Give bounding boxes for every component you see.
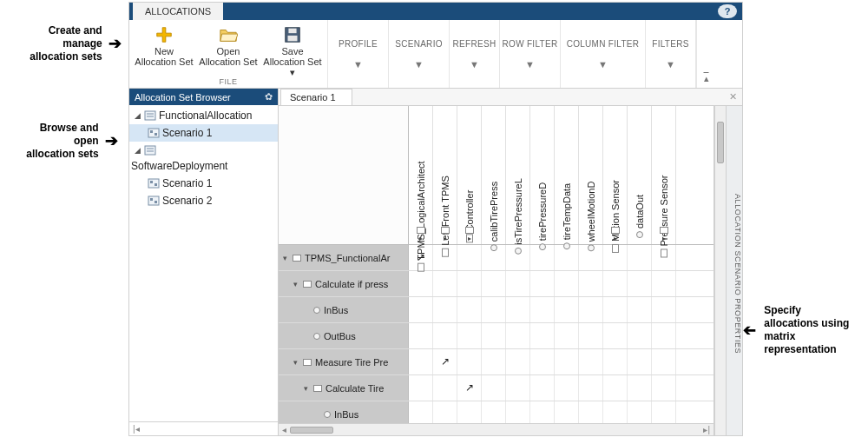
matrix-cell[interactable] [652, 297, 676, 322]
matrix-cell[interactable] [628, 245, 652, 270]
open-allocation-set-button[interactable]: Open Allocation Set [199, 23, 258, 77]
column-header[interactable]: tireTempData [555, 106, 579, 244]
matrix-cell[interactable] [530, 323, 555, 348]
matrix-cell[interactable] [652, 375, 676, 401]
matrix-cell[interactable] [457, 297, 482, 322]
matrix-cell[interactable] [457, 401, 482, 423]
collapse-icon[interactable]: ◢ [133, 146, 141, 155]
matrix-cell[interactable] [482, 375, 506, 401]
column-header[interactable]: wheelMotionD [579, 106, 603, 244]
matrix-cell[interactable] [603, 297, 628, 322]
matrix-cell[interactable] [579, 323, 603, 348]
row-header[interactable]: InBus [279, 401, 409, 423]
profile-dropdown[interactable]: PROFILE ▼ [328, 20, 389, 88]
tree-node-scenario1-software[interactable]: Scenario 1 [129, 175, 278, 192]
matrix-cell[interactable] [628, 323, 652, 348]
matrix-cell[interactable] [603, 271, 628, 296]
matrix-cell[interactable] [555, 401, 579, 423]
scrollbar-thumb[interactable] [717, 122, 724, 163]
matrix-cell[interactable] [628, 401, 652, 423]
row-header[interactable]: ▾Calculate if press [279, 271, 409, 296]
matrix-cell[interactable] [409, 297, 433, 322]
matrix-cell[interactable] [506, 375, 530, 401]
scroll-left-icon[interactable]: |◂ [133, 424, 140, 434]
tree-node-softwaredeployment[interactable]: ◢ [129, 142, 278, 159]
matrix-cell[interactable] [579, 375, 603, 401]
matrix-cell[interactable] [457, 245, 482, 270]
column-header[interactable]: Controller▸ [457, 106, 482, 244]
matrix-cell[interactable] [506, 401, 530, 423]
ribbon-tab-allocations[interactable]: ALLOCATIONS [133, 3, 223, 20]
matrix-cell[interactable] [482, 323, 506, 348]
matrix-cell[interactable] [409, 375, 433, 401]
matrix-cell[interactable] [457, 271, 482, 296]
matrix-cell[interactable] [628, 271, 652, 296]
matrix-cell[interactable] [628, 297, 652, 322]
save-allocation-set-button[interactable]: Save Allocation Set ▾ [263, 23, 322, 77]
row-header[interactable]: InBus [279, 297, 409, 322]
collapse-icon[interactable]: ▾ [280, 254, 289, 262]
scenario-dropdown[interactable]: SCENARIO ▼ [389, 20, 450, 88]
matrix-cell[interactable] [409, 401, 433, 423]
tree-node-scenario2-software[interactable]: Scenario 2 [129, 192, 278, 209]
expand-icon[interactable]: ▸ [468, 235, 471, 242]
row-header[interactable]: ▾Calculate Tire [279, 375, 409, 401]
matrix-cell[interactable] [603, 401, 628, 423]
matrix-cell[interactable] [652, 271, 676, 296]
matrix-cell[interactable] [579, 349, 603, 374]
gear-icon[interactable]: ✿ [265, 91, 273, 103]
matrix-cell[interactable] [628, 375, 652, 401]
expand-icon[interactable]: ▸ [662, 235, 666, 242]
tree-node-scenario1-functional[interactable]: Scenario 1 [129, 124, 278, 142]
matrix-cell[interactable] [530, 271, 555, 296]
matrix-cell[interactable] [482, 349, 506, 374]
matrix-cell[interactable] [506, 323, 530, 348]
collapse-icon[interactable]: ▾ [291, 358, 299, 367]
matrix-cell[interactable] [506, 271, 530, 296]
row-header[interactable]: ▾TPMS_FunctionalAr [279, 245, 409, 270]
matrix-cell[interactable] [579, 297, 603, 322]
filters-dropdown[interactable]: FILTERS ▼ [646, 20, 696, 88]
matrix-cell[interactable] [506, 297, 530, 322]
close-tab-icon[interactable]: ✕ [729, 91, 737, 103]
matrix-cell[interactable] [603, 349, 628, 374]
matrix-cell[interactable] [433, 375, 457, 401]
matrix-cell[interactable] [482, 271, 506, 296]
column-header[interactable]: Left Front TPMS▸ [433, 106, 457, 244]
column-header[interactable]: calibTirePress [482, 106, 506, 244]
column-header[interactable]: tirePressureD [530, 106, 555, 244]
matrix-cell[interactable] [555, 349, 579, 374]
collapse-icon[interactable]: ◢ [133, 111, 141, 120]
column-filter-dropdown[interactable]: COLUMN FILTER ▼ [561, 20, 646, 88]
expand-icon[interactable]: ▸ [419, 235, 423, 242]
scroll-left-icon[interactable]: ◂ [282, 425, 286, 434]
matrix-cell[interactable] [433, 271, 457, 296]
matrix-cell[interactable] [530, 297, 555, 322]
ribbon-collapse-button[interactable]: ▴ [696, 20, 715, 88]
matrix-cell[interactable] [457, 349, 482, 374]
expand-icon[interactable]: ▸ [614, 235, 617, 242]
matrix-cell[interactable] [530, 349, 555, 374]
row-filter-dropdown[interactable]: ROW FILTER ▼ [500, 20, 561, 88]
vertical-scrollbar[interactable] [714, 106, 726, 435]
matrix-cell[interactable] [457, 323, 482, 348]
matrix-cell[interactable] [482, 297, 506, 322]
column-header[interactable]: TPMS_LogicalArchitect▸ [409, 106, 433, 244]
matrix-cell[interactable] [652, 323, 676, 348]
refresh-dropdown[interactable]: REFRESH ▼ [450, 20, 500, 88]
horizontal-scrollbar[interactable]: ◂ ▸| [279, 423, 713, 435]
properties-panel-collapsed[interactable]: ALLOCATION SCENARIO PROPERTIES [726, 106, 742, 435]
column-header[interactable]: Motion Sensor▸ [603, 106, 628, 244]
matrix-cell[interactable] [409, 349, 433, 374]
tree-node-functionalallocation[interactable]: ◢ FunctionalAllocation [129, 107, 278, 124]
row-header[interactable]: ▾Measure Tire Pre [279, 349, 409, 374]
matrix-cell[interactable]: ↗ [433, 349, 457, 374]
matrix-cell[interactable] [530, 401, 555, 423]
matrix-cell[interactable] [409, 323, 433, 348]
matrix-cell[interactable] [555, 375, 579, 401]
new-allocation-set-button[interactable]: New Allocation Set [135, 23, 194, 77]
matrix-cell[interactable]: ↗ [457, 375, 482, 401]
matrix-cell[interactable] [409, 271, 433, 296]
matrix-cell[interactable] [628, 349, 652, 374]
column-header[interactable]: isTirePressureL [506, 106, 530, 244]
